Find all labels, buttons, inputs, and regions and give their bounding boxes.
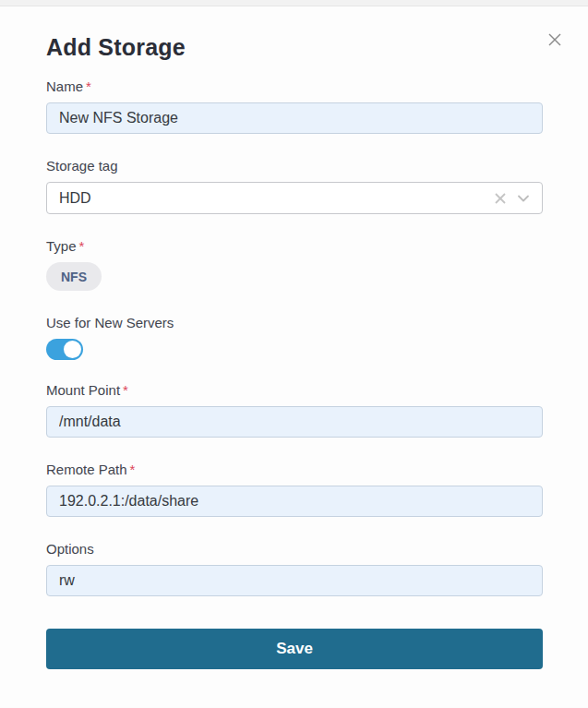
field-name: Name* [46, 78, 543, 134]
page-title: Add Storage [46, 34, 543, 61]
close-icon[interactable] [546, 30, 564, 49]
storage-tag-select[interactable]: HDD [46, 182, 543, 214]
options-input[interactable] [46, 565, 543, 596]
field-mount-point: Mount Point* [46, 382, 543, 438]
toggle-knob [64, 341, 81, 358]
field-options: Options [46, 541, 543, 596]
close-icon-glyph [547, 32, 562, 47]
mount-point-label: Mount Point* [46, 382, 543, 398]
name-label: Name* [46, 78, 543, 94]
field-type: Type* NFS [46, 238, 543, 291]
use-for-new-servers-label: Use for New Servers [46, 315, 543, 330]
remote-path-input[interactable] [46, 486, 543, 517]
options-label: Options [46, 541, 543, 557]
type-pill-nfs[interactable]: NFS [46, 262, 102, 291]
name-input[interactable] [46, 102, 543, 134]
use-for-new-servers-toggle[interactable] [46, 339, 83, 360]
chevron-down-icon-glyph [517, 192, 530, 205]
select-icons [493, 191, 531, 206]
page-background-strip [0, 0, 588, 6]
clear-icon-glyph [494, 192, 507, 205]
required-asterisk: * [123, 382, 128, 398]
required-asterisk: * [130, 462, 136, 477]
add-storage-modal: Add Storage Name* Storage tag HDD [0, 6, 588, 707]
storage-tag-selected-value: HDD [59, 190, 493, 207]
save-button[interactable]: Save [46, 629, 543, 669]
required-asterisk: * [79, 238, 85, 254]
field-remote-path: Remote Path* [46, 462, 543, 517]
type-label: Type* [46, 238, 543, 254]
required-asterisk: * [86, 78, 91, 94]
clear-icon[interactable] [493, 191, 508, 206]
field-use-for-new-servers: Use for New Servers [46, 315, 543, 360]
remote-path-label: Remote Path* [46, 462, 543, 477]
field-storage-tag: Storage tag HDD [46, 158, 543, 214]
chevron-down-icon[interactable] [516, 191, 531, 206]
storage-tag-label: Storage tag [46, 158, 543, 174]
mount-point-input[interactable] [46, 406, 543, 438]
